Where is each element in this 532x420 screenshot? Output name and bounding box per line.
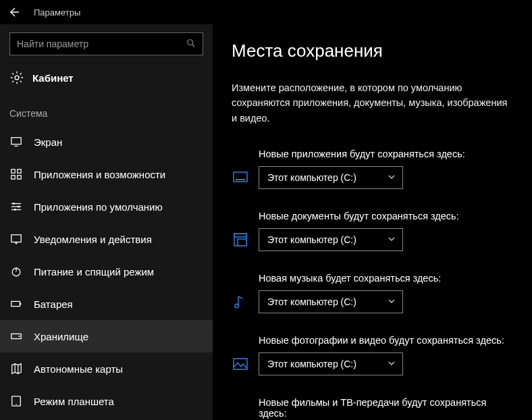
page-intro: Измените расположение, в котором по умол… xyxy=(232,80,513,126)
back-arrow-icon xyxy=(8,7,19,18)
save-location-group: Новые документы будут сохраняться здесь:… xyxy=(232,211,513,251)
chevron-down-icon xyxy=(388,234,396,245)
sidebar-item-label: Экран xyxy=(34,136,62,148)
svg-rect-15 xyxy=(11,235,21,242)
save-location-group: Новые приложения будут сохраняться здесь… xyxy=(232,149,513,189)
sidebar-item-label: Уведомления и действия xyxy=(34,234,152,245)
group-label: Новые документы будут сохраняться здесь: xyxy=(232,211,513,221)
svg-rect-5 xyxy=(11,169,15,173)
cabinet-row[interactable]: Кабинет xyxy=(0,65,213,96)
battery-icon xyxy=(9,297,23,311)
sidebar-item-battery[interactable]: Батарея xyxy=(0,288,213,320)
nav-list: ЭкранПриложения и возможностиПриложения … xyxy=(0,126,213,417)
maps-icon xyxy=(9,362,23,375)
group-label: Новая музыка будет сохраняться здесь: xyxy=(232,273,513,284)
search-input[interactable]: Найти параметр xyxy=(9,32,203,55)
svg-rect-7 xyxy=(11,176,15,179)
chevron-down-icon xyxy=(388,359,396,369)
sidebar-item-tablet[interactable]: Режим планшета xyxy=(0,385,213,417)
save-location-group: Новые фильмы и ТВ-передачи будут сохраня… xyxy=(232,397,513,420)
dropdown-value: Этот компьютер (C:) xyxy=(267,359,356,369)
apps-icon xyxy=(9,167,23,181)
svg-rect-30 xyxy=(238,239,246,246)
search-placeholder: Найти параметр xyxy=(17,38,88,49)
svg-rect-32 xyxy=(234,359,247,369)
display-icon xyxy=(9,135,23,149)
svg-point-0 xyxy=(188,39,193,45)
save-location-group: Новая музыка будет сохраняться здесь:Это… xyxy=(232,273,513,313)
notify-icon xyxy=(9,232,23,246)
svg-point-12 xyxy=(13,203,15,205)
sidebar-item-label: Питание и спящий режим xyxy=(34,266,154,278)
sidebar-item-defaults[interactable]: Приложения по умолчанию xyxy=(0,190,213,223)
svg-point-31 xyxy=(235,305,238,308)
group-label: Новые приложения будут сохраняться здесь… xyxy=(232,149,513,159)
sidebar-item-label: Приложения по умолчанию xyxy=(34,201,163,213)
group-label: Новые фотографии и видео будут сохранять… xyxy=(232,335,513,346)
sidebar-item-label: Режим планшета xyxy=(34,396,114,407)
dropdown-value: Этот компьютер (C:) xyxy=(267,296,356,307)
svg-rect-19 xyxy=(20,303,21,305)
svg-point-21 xyxy=(18,336,20,337)
tablet-icon xyxy=(9,394,23,408)
sidebar-item-power[interactable]: Питание и спящий режим xyxy=(0,255,213,288)
defaults-icon xyxy=(9,200,23,213)
svg-rect-6 xyxy=(18,169,21,173)
storage-icon xyxy=(9,330,23,343)
dropdown-value: Этот компьютер (C:) xyxy=(267,234,356,245)
cabinet-label: Кабинет xyxy=(32,72,74,84)
chevron-down-icon xyxy=(388,296,396,307)
svg-rect-3 xyxy=(11,138,21,145)
svg-point-2 xyxy=(15,76,19,80)
section-title: Система xyxy=(0,96,213,126)
sidebar: Найти параметр Кабинет Система ЭкранПрил… xyxy=(0,24,213,420)
svg-line-1 xyxy=(192,44,195,47)
sidebar-item-display[interactable]: Экран xyxy=(0,126,213,158)
location-dropdown[interactable]: Этот компьютер (C:) xyxy=(259,228,403,251)
svg-point-14 xyxy=(14,209,16,211)
titlebar: Параметры xyxy=(0,0,532,24)
location-dropdown[interactable]: Этот компьютер (C:) xyxy=(259,166,403,189)
svg-rect-27 xyxy=(236,179,245,180)
svg-point-13 xyxy=(18,206,20,208)
svg-rect-8 xyxy=(18,176,21,179)
group-label: Новые фильмы и ТВ-передачи будут сохраня… xyxy=(232,397,513,419)
sidebar-item-maps[interactable]: Автономные карты xyxy=(0,352,213,385)
sidebar-item-label: Автономные карты xyxy=(34,363,123,375)
sidebar-item-storage[interactable]: Хранилище xyxy=(0,320,213,352)
sidebar-item-label: Батарея xyxy=(34,298,73,310)
page-heading: Места сохранения xyxy=(232,41,513,61)
sidebar-item-label: Приложения и возможности xyxy=(34,169,165,180)
window-title: Параметры xyxy=(34,7,80,18)
sidebar-item-notify[interactable]: Уведомления и действия xyxy=(0,223,213,255)
content: Места сохранения Измените расположение, … xyxy=(213,24,532,420)
music-icon xyxy=(232,293,249,311)
sidebar-item-label: Хранилище xyxy=(34,331,88,342)
back-button[interactable] xyxy=(5,4,22,20)
svg-point-25 xyxy=(16,404,17,405)
dropdown-value: Этот компьютер (C:) xyxy=(267,172,356,183)
power-icon xyxy=(9,265,23,278)
location-dropdown[interactable]: Этот компьютер (C:) xyxy=(259,290,403,313)
gear-icon xyxy=(9,70,24,85)
photo-icon xyxy=(232,355,249,373)
svg-rect-29 xyxy=(234,234,246,237)
svg-rect-18 xyxy=(11,301,20,306)
location-dropdown[interactable]: Этот компьютер (C:) xyxy=(259,352,403,375)
chevron-down-icon xyxy=(388,172,396,183)
sidebar-item-apps[interactable]: Приложения и возможности xyxy=(0,158,213,190)
search-icon xyxy=(186,38,196,50)
doc-icon xyxy=(232,231,249,248)
app-icon xyxy=(232,169,249,186)
save-location-group: Новые фотографии и видео будут сохранять… xyxy=(232,335,513,375)
